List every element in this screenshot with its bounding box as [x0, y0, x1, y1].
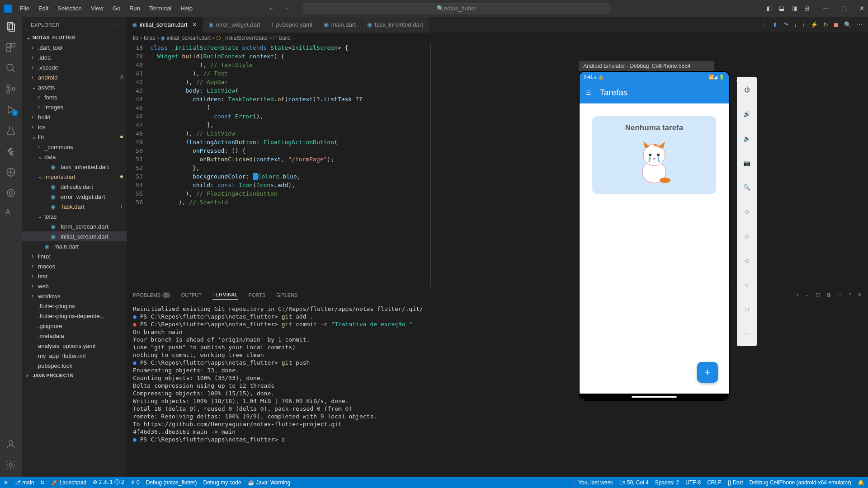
- tab-error_widget.dart[interactable]: ◉error_widget.dart: [203, 17, 266, 33]
- split-terminal-icon[interactable]: ◫: [816, 292, 820, 298]
- rotate-right-icon[interactable]: ◇: [741, 230, 752, 241]
- panel-tab-output[interactable]: OUTPUT: [181, 291, 202, 300]
- settings-gear-icon[interactable]: [5, 460, 16, 470]
- step-over-icon[interactable]: ↷: [783, 21, 788, 28]
- explorer-icon[interactable]: [5, 21, 16, 32]
- file-assets[interactable]: ⌄assets: [22, 82, 127, 92]
- code-editor[interactable]: 18204041424344454647484950515253545556 c…: [127, 43, 868, 287]
- file-.dart_tool[interactable]: ›.dart_tool: [22, 42, 127, 52]
- file-task_inherited.dart[interactable]: ◉task_inherited.dart: [22, 162, 127, 172]
- file-lib[interactable]: ⌄lib: [22, 132, 127, 142]
- status-item[interactable]: {} Dart: [728, 479, 743, 486]
- panel-tab-gitlens[interactable]: GITLENS: [276, 291, 297, 300]
- file-main.dart[interactable]: ◉main.dart: [22, 241, 127, 251]
- status-item[interactable]: ☕ Java: Warning: [248, 479, 291, 486]
- app-body[interactable]: Nenhuma tarefa: [580, 103, 729, 394]
- source-control-icon[interactable]: [5, 84, 16, 94]
- file-.vscode[interactable]: ›.vscode: [22, 62, 127, 72]
- testing-icon[interactable]: [5, 125, 16, 136]
- restart-icon[interactable]: ↻: [823, 21, 828, 28]
- file-.flutter-plugins[interactable]: .flutter-plugins: [22, 301, 127, 311]
- stop-icon[interactable]: ◼: [834, 21, 839, 28]
- command-center[interactable]: 🔍 notas_flutter: [303, 3, 610, 14]
- step-out-icon[interactable]: ↑: [802, 21, 806, 28]
- close-icon[interactable]: ✕: [859, 5, 864, 12]
- file-pubspec.lock[interactable]: pubspec.lock: [22, 361, 127, 371]
- status-item[interactable]: CRLF: [707, 479, 721, 486]
- devtools-icon[interactable]: 🔍: [844, 21, 851, 28]
- file-form_screean.dart[interactable]: ◉form_screean.dart: [22, 221, 127, 231]
- java-projects-section[interactable]: ›JAVA PROJECTS: [22, 371, 127, 380]
- forward-icon[interactable]: →: [283, 5, 289, 12]
- volume-up-icon[interactable]: 🔊: [741, 108, 752, 119]
- status-item[interactable]: Ln 59, Col 4: [619, 479, 649, 486]
- tab-task_inherited.dart[interactable]: ◉task_inherited.dart: [362, 17, 429, 33]
- file-android[interactable]: ›android2: [22, 72, 127, 82]
- minimap[interactable]: [818, 43, 868, 287]
- file-linux[interactable]: ›linux: [22, 251, 127, 261]
- file-.idea[interactable]: ›.idea: [22, 52, 127, 62]
- more-debug-icon[interactable]: ⋯: [857, 21, 863, 28]
- panel-tab-problems[interactable]: PROBLEMS5: [133, 291, 170, 300]
- tab-pubspec.yaml[interactable]: !pubspec.yaml: [266, 17, 318, 33]
- file-_communs[interactable]: ›_communs: [22, 142, 127, 152]
- close-panel-icon[interactable]: ✕: [858, 292, 862, 298]
- status-item[interactable]: 👤 You, last week: [570, 479, 613, 486]
- status-item[interactable]: Debug my code: [203, 479, 241, 486]
- file-.gitignore[interactable]: .gitignore: [22, 321, 127, 331]
- file-test[interactable]: ›test: [22, 271, 127, 281]
- overview-nav-icon[interactable]: □: [741, 304, 752, 314]
- toggle-primary-sidebar-icon[interactable]: ◧: [766, 5, 772, 12]
- status-item[interactable]: Spaces: 2: [655, 479, 679, 486]
- status-item[interactable]: ⊘ 2 ⚠ 1 ⓘ 2: [93, 479, 124, 486]
- menu-view[interactable]: View: [87, 3, 107, 14]
- flutter-icon[interactable]: [5, 146, 16, 157]
- file-telas[interactable]: ⌄telas: [22, 211, 127, 221]
- file-build[interactable]: ›build: [22, 112, 127, 122]
- minimize-icon[interactable]: —: [823, 5, 829, 12]
- menu-help[interactable]: Help: [177, 3, 196, 14]
- new-terminal-icon[interactable]: +: [796, 292, 798, 298]
- panel-tab-terminal[interactable]: TERMINAL: [212, 290, 238, 300]
- toggle-secondary-sidebar-icon[interactable]: ◨: [792, 5, 797, 12]
- back-nav-icon[interactable]: ◁: [741, 255, 752, 266]
- file-data[interactable]: ⌄data: [22, 152, 127, 162]
- rotate-left-icon[interactable]: ◇: [741, 206, 752, 217]
- file-analysis_options.yaml[interactable]: analysis_options.yaml: [22, 341, 127, 351]
- file-my_app_flutter.iml[interactable]: my_app_flutter.iml: [22, 351, 127, 361]
- file-imports.dart[interactable]: ⌄imports.dart: [22, 172, 127, 182]
- kill-terminal-icon[interactable]: 🗑: [826, 292, 831, 298]
- ai-icon[interactable]: A: [5, 208, 16, 219]
- more-panel-icon[interactable]: ⋯: [838, 292, 843, 298]
- camera-icon[interactable]: 📷: [741, 157, 752, 168]
- customize-layout-icon[interactable]: ⊞: [804, 5, 809, 12]
- breadcrumb[interactable]: lib›telas›◉ initial_scream.dart›⬡ _Initi…: [127, 33, 868, 43]
- file-images[interactable]: ›images: [22, 102, 127, 112]
- file-windows[interactable]: ›windows: [22, 291, 127, 301]
- menu-terminal[interactable]: Terminal: [146, 3, 175, 14]
- drag-handle-icon[interactable]: ⋮⋮: [755, 21, 767, 28]
- zoom-icon[interactable]: 🔍: [741, 182, 752, 192]
- status-item[interactable]: ✕: [4, 479, 8, 486]
- file-ios[interactable]: ›ios: [22, 122, 127, 132]
- workspace-root[interactable]: ⌄NOTAS_FLUTTER: [22, 33, 127, 42]
- emulator-title[interactable]: Android Emulator - Debbug_CellPhone:5554: [579, 61, 714, 71]
- hot-reload-icon[interactable]: ⚡: [811, 21, 818, 28]
- remote-icon[interactable]: [5, 167, 16, 178]
- file-Task.dart[interactable]: ◉Task.dart1: [22, 202, 127, 211]
- toggle-panel-icon[interactable]: ⬓: [779, 5, 784, 12]
- status-item[interactable]: 🔔: [858, 479, 864, 486]
- power-icon[interactable]: ⏻: [741, 84, 752, 95]
- gitlens-icon[interactable]: [5, 188, 16, 198]
- status-item[interactable]: Debug (notas_flutter): [146, 479, 197, 486]
- menu-edit[interactable]: Edit: [35, 3, 52, 14]
- step-into-icon[interactable]: ↓: [794, 21, 797, 28]
- dropdown-icon[interactable]: ⌄: [805, 292, 809, 298]
- file-fonts[interactable]: ›fonts: [22, 92, 127, 102]
- file-error_widget.dart[interactable]: ◉error_widget.dart: [22, 192, 127, 202]
- search-icon[interactable]: [5, 63, 16, 74]
- tab-main.dart[interactable]: ◉main.dart: [318, 17, 362, 33]
- home-nav-icon[interactable]: ○: [741, 279, 752, 290]
- file-initial_scream.dart[interactable]: ◉initial_scream.dart: [22, 231, 127, 241]
- menu-selection[interactable]: Selection: [54, 3, 85, 14]
